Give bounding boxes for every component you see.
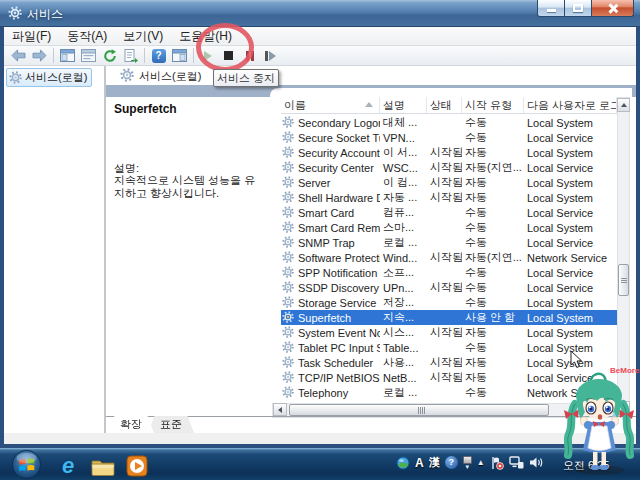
service-name: System Event Not... bbox=[298, 327, 380, 339]
services-gear-icon bbox=[120, 68, 134, 86]
language-globe-icon[interactable] bbox=[396, 456, 410, 470]
service-name-cell: Storage Service bbox=[281, 296, 380, 310]
column-header-startup-type[interactable]: 시작 유형 bbox=[462, 97, 524, 113]
service-description-cell: NetB... bbox=[380, 372, 427, 384]
table-row[interactable]: Secure Socket Tu...VPN...수동Local Service bbox=[281, 130, 617, 145]
service-startup-type-cell: 수동 bbox=[462, 205, 524, 220]
scroll-left-button[interactable] bbox=[273, 403, 287, 416]
table-row[interactable]: Smart Card Remo...스마...수동Local System bbox=[281, 220, 617, 235]
action-center-flag-icon[interactable] bbox=[490, 456, 504, 470]
taskbar-explorer-button[interactable] bbox=[90, 454, 116, 478]
service-name: Secure Socket Tu... bbox=[298, 132, 380, 144]
taskbar-media-player-button[interactable] bbox=[124, 454, 150, 478]
tree-item-services-local[interactable]: 서비스(로컬) bbox=[6, 68, 92, 87]
help-button[interactable]: ? bbox=[148, 47, 169, 65]
volume-icon[interactable] bbox=[529, 456, 543, 469]
scroll-up-icon bbox=[621, 103, 627, 107]
ime-toolbar-icon[interactable]: ▾ bbox=[463, 456, 472, 469]
refresh-icon bbox=[103, 49, 117, 63]
service-name-cell: Security Accounts... bbox=[281, 146, 380, 160]
back-button[interactable] bbox=[8, 47, 29, 65]
export-list-button[interactable] bbox=[120, 47, 141, 65]
service-gear-icon bbox=[282, 386, 294, 400]
table-row[interactable]: Task Scheduler사용...시작됨자동Local System bbox=[281, 355, 617, 370]
refresh-button[interactable] bbox=[99, 47, 120, 65]
table-row[interactable]: Software ProtectionWind...시작됨자동(지연...Net… bbox=[281, 250, 617, 265]
table-row[interactable]: SSDP DiscoveryUPn...시작됨수동Local Service bbox=[281, 280, 617, 295]
show-console-tree-button[interactable] bbox=[57, 47, 78, 65]
title-bar[interactable]: 서비스 bbox=[0, 0, 640, 27]
close-button[interactable] bbox=[592, 0, 634, 17]
service-name-cell: Shell Hardware D... bbox=[281, 191, 380, 205]
table-row[interactable]: System Event Not...시스...시작됨자동Local Syste… bbox=[281, 325, 617, 340]
service-name-cell: Secure Socket Tu... bbox=[281, 131, 380, 145]
column-header-name[interactable]: 이름 bbox=[281, 97, 380, 113]
ime-help-icon[interactable]: ? bbox=[445, 456, 458, 469]
network-icon[interactable] bbox=[509, 456, 524, 469]
service-description-cell: 사용... bbox=[380, 355, 427, 370]
service-startup-type-cell: 수동 bbox=[462, 235, 524, 250]
scroll-up-button[interactable] bbox=[617, 98, 630, 112]
table-row[interactable]: SNMP Trap로컬 ...수동Local Service bbox=[281, 235, 617, 250]
table-row[interactable]: Security CenterWSC...시작됨자동(지연...Local Se… bbox=[281, 160, 617, 175]
service-name: Superfetch bbox=[298, 312, 351, 324]
service-name: Security Center bbox=[298, 162, 374, 174]
media-player-icon bbox=[126, 455, 148, 477]
console-tree-icon bbox=[60, 49, 75, 62]
properties-button[interactable] bbox=[78, 47, 99, 65]
column-header-status[interactable]: 상태 bbox=[427, 97, 462, 113]
menu-view[interactable]: 보기(V) bbox=[115, 26, 171, 47]
show-hidden-icons-button[interactable]: ▲ bbox=[477, 458, 485, 467]
details-header-label: 서비스(로컬) bbox=[139, 69, 201, 84]
service-status-cell: 시작됨 bbox=[427, 325, 462, 340]
forward-button[interactable] bbox=[29, 47, 50, 65]
horizontal-scroll-thumb[interactable] bbox=[289, 404, 549, 416]
ime-hanja-indicator[interactable]: 漢 bbox=[429, 455, 440, 470]
table-row[interactable]: Storage Service저장...수동Local System bbox=[281, 295, 617, 310]
back-icon bbox=[11, 49, 26, 62]
show-description-button[interactable] bbox=[169, 47, 190, 65]
service-gear-icon bbox=[282, 326, 294, 340]
minimize-button[interactable] bbox=[537, 0, 565, 17]
table-row[interactable]: Security Accounts...이 서...시작됨자동Local Sys… bbox=[281, 145, 617, 160]
service-description-cell: VPN... bbox=[380, 132, 427, 144]
console-tree-pane: 서비스(로컬) bbox=[4, 66, 106, 433]
service-description-cell: 저장... bbox=[380, 295, 427, 310]
column-header-logon-as[interactable]: 다음 사용자로 로그온 bbox=[524, 97, 617, 113]
table-row[interactable]: Server이 컴...시작됨자동Local System bbox=[281, 175, 617, 190]
service-startup-type-cell: 자동 bbox=[462, 175, 524, 190]
service-startup-type-cell: 수동 bbox=[462, 220, 524, 235]
table-row[interactable]: Shell Hardware D...자동 ...시작됨자동Local Syst… bbox=[281, 190, 617, 205]
mascot-character bbox=[558, 372, 640, 480]
tab-standard[interactable]: 표준 bbox=[148, 416, 194, 433]
view-tabs: 확장 표준 bbox=[108, 416, 188, 433]
ime-english-indicator[interactable]: A bbox=[415, 456, 424, 470]
maximize-button[interactable] bbox=[565, 0, 592, 17]
service-name: Storage Service bbox=[298, 297, 376, 309]
restart-service-button[interactable] bbox=[260, 47, 281, 65]
service-gear-icon bbox=[282, 341, 294, 355]
service-logon-as-cell: Local Service bbox=[524, 267, 617, 279]
service-description-cell: 대체 ... bbox=[380, 115, 427, 130]
service-status-cell: 시작됨 bbox=[427, 280, 462, 295]
service-name-cell: Server bbox=[281, 176, 380, 190]
menu-file[interactable]: 파일(F) bbox=[4, 26, 59, 47]
table-row[interactable]: Smart Card컴퓨...수동Local Service bbox=[281, 205, 617, 220]
service-name-cell: Secondary Logon bbox=[281, 116, 380, 130]
table-row[interactable]: Secondary Logon대체 ...수동Local System bbox=[281, 115, 617, 130]
service-name: Security Accounts... bbox=[298, 147, 380, 159]
start-button[interactable] bbox=[11, 449, 42, 480]
taskbar-internet-explorer-button[interactable]: e bbox=[55, 454, 81, 478]
column-header-description[interactable]: 설명 bbox=[380, 97, 427, 113]
service-logon-as-cell: Local System bbox=[524, 117, 617, 129]
menu-action[interactable]: 동작(A) bbox=[59, 26, 115, 47]
table-row[interactable]: Tablet PC Input S...Table...수동Local Syst… bbox=[281, 340, 617, 355]
service-description-cell: 지속... bbox=[380, 310, 427, 325]
table-row[interactable]: SPP Notification ...소프...수동Local Service bbox=[281, 265, 617, 280]
tab-extended[interactable]: 확장 bbox=[108, 416, 154, 433]
service-description-cell: Wind... bbox=[380, 252, 427, 264]
service-description-cell: WSC... bbox=[380, 162, 427, 174]
vertical-scroll-thumb[interactable] bbox=[618, 264, 629, 296]
table-row[interactable]: Superfetch지속...사용 안 함Local System bbox=[281, 310, 617, 325]
service-startup-type-cell: 수동 bbox=[462, 115, 524, 130]
